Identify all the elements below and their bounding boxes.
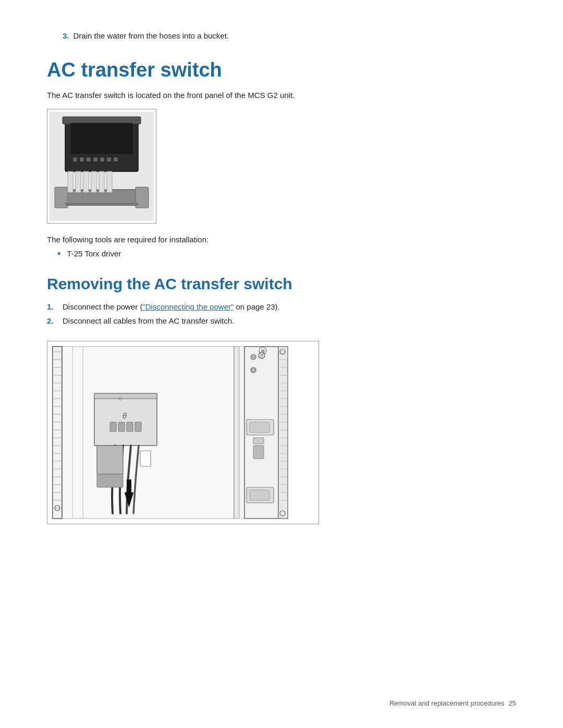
tool-item-label: T-25 Torx driver xyxy=(67,249,121,258)
step-3-number: 3. xyxy=(63,31,69,40)
svg-rect-75 xyxy=(250,490,270,500)
svg-rect-64 xyxy=(239,347,244,519)
footer-page-num: 25 xyxy=(509,699,516,707)
steps-list: 1. Disconnect the power ("Disconnecting … xyxy=(47,302,516,325)
main-section-title: AC transfer switch xyxy=(47,59,516,81)
svg-rect-72 xyxy=(253,438,264,444)
footer: Removal and replacement procedures 25 xyxy=(389,699,516,707)
svg-rect-12 xyxy=(73,157,77,162)
svg-rect-52 xyxy=(118,422,125,431)
list-item: • T-25 Torx driver xyxy=(57,249,516,260)
step-1-link[interactable]: "Disconnecting the power" xyxy=(142,302,234,311)
bullet-icon: • xyxy=(57,249,60,260)
step-2-text: Disconnect all cables from the AC transf… xyxy=(63,316,234,325)
svg-rect-16 xyxy=(100,157,104,162)
intro-step: 3.Drain the water from the hoses into a … xyxy=(47,31,516,40)
diagram-container: θ xyxy=(47,341,319,524)
step-3-text: Drain the water from the hoses into a bu… xyxy=(74,31,229,40)
svg-rect-56 xyxy=(97,474,123,487)
main-section-description: The AC transfer switch is located on the… xyxy=(47,91,516,100)
svg-rect-55 xyxy=(97,446,123,474)
step-1-text-before: Disconnect the power ( xyxy=(63,302,142,311)
svg-rect-6 xyxy=(76,171,81,192)
tools-label: The following tools are required for ins… xyxy=(47,235,516,244)
svg-rect-78 xyxy=(278,347,288,519)
svg-rect-7 xyxy=(83,171,89,192)
svg-rect-17 xyxy=(107,157,111,162)
step-2: 2. Disconnect all cables from the AC tra… xyxy=(47,316,516,325)
step-1: 1. Disconnect the power ("Disconnecting … xyxy=(47,302,516,311)
page: 3.Drain the water from the hoses into a … xyxy=(0,0,563,728)
svg-rect-50 xyxy=(94,393,157,399)
svg-rect-59 xyxy=(127,479,131,492)
svg-rect-8 xyxy=(91,171,96,192)
svg-rect-19 xyxy=(65,203,138,205)
svg-rect-57 xyxy=(140,451,151,466)
diagram-svg: θ xyxy=(47,341,319,524)
svg-text:θ: θ xyxy=(123,412,127,420)
svg-rect-14 xyxy=(87,157,91,162)
svg-rect-18 xyxy=(114,157,118,162)
svg-rect-54 xyxy=(135,422,141,431)
step-1-text-after: on page 23). xyxy=(234,302,279,311)
svg-point-68 xyxy=(251,367,256,373)
svg-rect-63 xyxy=(234,347,239,519)
step-1-number: 1. xyxy=(47,302,56,311)
tools-list: • T-25 Torx driver xyxy=(47,249,516,260)
svg-rect-11 xyxy=(70,123,133,154)
svg-rect-53 xyxy=(127,422,133,431)
svg-rect-73 xyxy=(253,446,264,459)
svg-rect-5 xyxy=(68,171,73,192)
svg-rect-13 xyxy=(80,157,84,162)
svg-rect-51 xyxy=(110,422,116,431)
svg-rect-10 xyxy=(107,171,112,192)
step-1-content: Disconnect the power ("Disconnecting the… xyxy=(63,302,280,311)
svg-rect-9 xyxy=(99,171,104,192)
svg-text:⊕: ⊕ xyxy=(261,348,265,354)
svg-rect-22 xyxy=(53,347,62,519)
subsection-title: Removing the AC transfer switch xyxy=(47,275,516,293)
step-2-number: 2. xyxy=(47,316,56,325)
svg-point-66 xyxy=(251,354,256,360)
device-image xyxy=(50,112,154,221)
svg-rect-71 xyxy=(250,422,270,433)
device-image-container xyxy=(47,109,156,224)
device-svg xyxy=(50,112,154,221)
svg-rect-15 xyxy=(93,157,97,162)
footer-label: Removal and replacement procedures xyxy=(389,699,504,707)
